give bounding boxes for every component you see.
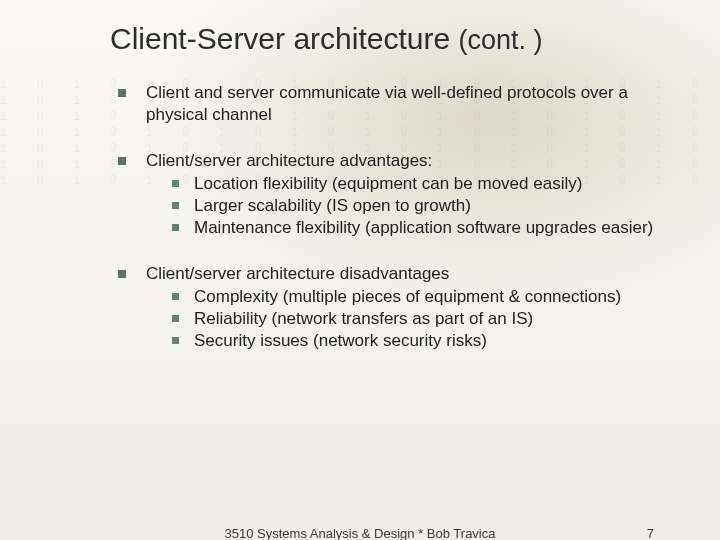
bullet-text: Client/server architecture advantages: bbox=[146, 151, 432, 170]
sub-list: Complexity (multiple pieces of equipment… bbox=[172, 286, 666, 351]
bullet-text: Client and server communicate via well-d… bbox=[146, 83, 628, 124]
title-main: Client-Server architecture bbox=[110, 22, 450, 55]
sub-item: Complexity (multiple pieces of equipment… bbox=[172, 286, 666, 308]
slide: Client-Server architecture (cont. ) Clie… bbox=[0, 0, 720, 540]
slide-title: Client-Server architecture (cont. ) bbox=[110, 22, 666, 56]
sub-item: Security issues (network security risks) bbox=[172, 330, 666, 352]
bullet-item: Client/server architecture disadvantages… bbox=[118, 263, 666, 352]
bullet-item: Client/server architecture advantages: L… bbox=[118, 150, 666, 239]
sub-item: Reliability (network transfers as part o… bbox=[172, 308, 666, 330]
sub-item: Maintenance flexibility (application sof… bbox=[172, 217, 666, 239]
bullet-list: Client and server communicate via well-d… bbox=[118, 82, 666, 352]
sub-item: Larger scalability (IS open to growth) bbox=[172, 195, 666, 217]
page-number: 7 bbox=[647, 526, 654, 540]
sub-item: Location flexibility (equipment can be m… bbox=[172, 173, 666, 195]
bullet-item: Client and server communicate via well-d… bbox=[118, 82, 666, 126]
sub-list: Location flexibility (equipment can be m… bbox=[172, 173, 666, 238]
footer-course: 3510 Systems Analysis & Design * Bob Tra… bbox=[0, 526, 720, 540]
title-cont: (cont. ) bbox=[458, 25, 542, 55]
bullet-text: Client/server architecture disadvantages bbox=[146, 264, 449, 283]
